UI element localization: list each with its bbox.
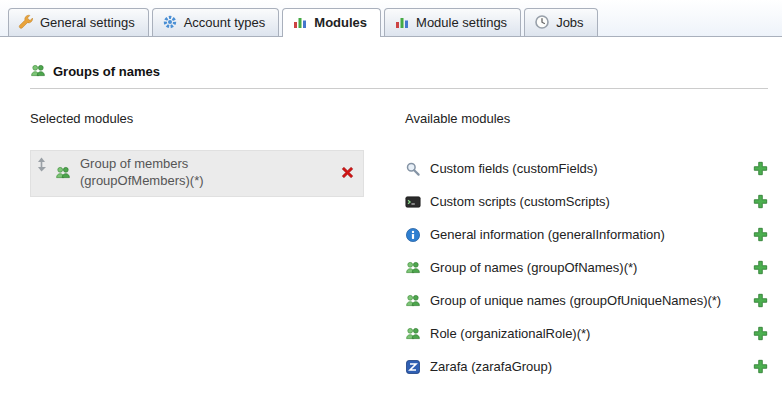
tab-modules[interactable]: Modules xyxy=(282,8,381,37)
modules-chart-icon xyxy=(292,14,308,30)
available-modules-heading: Available modules xyxy=(405,111,768,126)
tab-label: General settings xyxy=(40,15,135,30)
available-module-row: Custom fields (customFields) xyxy=(405,152,768,185)
available-module-row: Group of unique names (groupOfUniqueName… xyxy=(405,284,768,317)
group-icon xyxy=(405,326,421,342)
tab-bar: General settings Account types Modules M… xyxy=(0,0,782,37)
tab-module-settings[interactable]: Module settings xyxy=(384,8,521,36)
tab-label: Module settings xyxy=(416,15,507,30)
magnifier-icon xyxy=(405,161,421,177)
drag-handle-icon[interactable] xyxy=(37,157,46,172)
available-module-label: Role (organizationalRole)(*) xyxy=(430,326,590,341)
available-module-row: Custom scripts (customScripts) xyxy=(405,185,768,218)
gear-icon xyxy=(162,14,178,30)
add-module-button[interactable] xyxy=(753,194,768,209)
selected-module-item[interactable]: Group of members (groupOfMembers)(*) xyxy=(30,150,364,197)
add-module-button[interactable] xyxy=(753,260,768,275)
available-module-row: General information (generalInformation) xyxy=(405,218,768,251)
add-module-button[interactable] xyxy=(753,161,768,176)
add-module-button[interactable] xyxy=(753,326,768,341)
main-content: Groups of names Selected modules Group o… xyxy=(0,37,782,383)
tab-jobs[interactable]: Jobs xyxy=(524,8,597,36)
available-module-label: Zarafa (zarafaGroup) xyxy=(430,359,552,374)
terminal-icon xyxy=(405,194,421,210)
clock-icon xyxy=(534,14,550,30)
available-module-label: Group of names (groupOfNames)(*) xyxy=(430,260,637,275)
tab-general-settings[interactable]: General settings xyxy=(8,8,149,36)
group-icon xyxy=(55,165,71,181)
available-module-row: Group of names (groupOfNames)(*) xyxy=(405,251,768,284)
section-header: Groups of names xyxy=(30,63,768,79)
tab-account-types[interactable]: Account types xyxy=(152,8,280,36)
available-module-row: Role (organizationalRole)(*) xyxy=(405,317,768,350)
add-module-button[interactable] xyxy=(753,227,768,242)
selected-modules-panel: Selected modules Group of members (group… xyxy=(30,111,375,383)
add-module-button[interactable] xyxy=(753,359,768,374)
add-module-button[interactable] xyxy=(753,293,768,308)
available-module-label: General information (generalInformation) xyxy=(430,227,665,242)
modules-chart-icon xyxy=(394,14,410,30)
selected-module-label: Group of members (groupOfMembers)(*) xyxy=(80,156,255,190)
available-module-row: Zarafa (zarafaGroup) xyxy=(405,350,768,383)
divider xyxy=(30,88,768,89)
tab-label: Modules xyxy=(314,15,367,30)
wrench-icon xyxy=(18,14,34,30)
tab-label: Jobs xyxy=(556,15,583,30)
available-module-label: Group of unique names (groupOfUniqueName… xyxy=(430,293,721,308)
available-modules-panel: Available modules Custom fields (customF… xyxy=(405,111,768,383)
info-icon xyxy=(405,227,421,243)
group-icon xyxy=(405,260,421,276)
selected-modules-heading: Selected modules xyxy=(30,111,375,126)
available-module-label: Custom scripts (customScripts) xyxy=(430,194,610,209)
remove-module-icon[interactable] xyxy=(340,165,355,180)
available-modules-list: Custom fields (customFields) Custom scri… xyxy=(405,152,768,383)
group-icon xyxy=(30,63,46,79)
page-title: Groups of names xyxy=(53,64,160,79)
zarafa-icon xyxy=(405,359,421,375)
available-module-label: Custom fields (customFields) xyxy=(430,161,598,176)
group-icon xyxy=(405,293,421,309)
tab-label: Account types xyxy=(184,15,266,30)
